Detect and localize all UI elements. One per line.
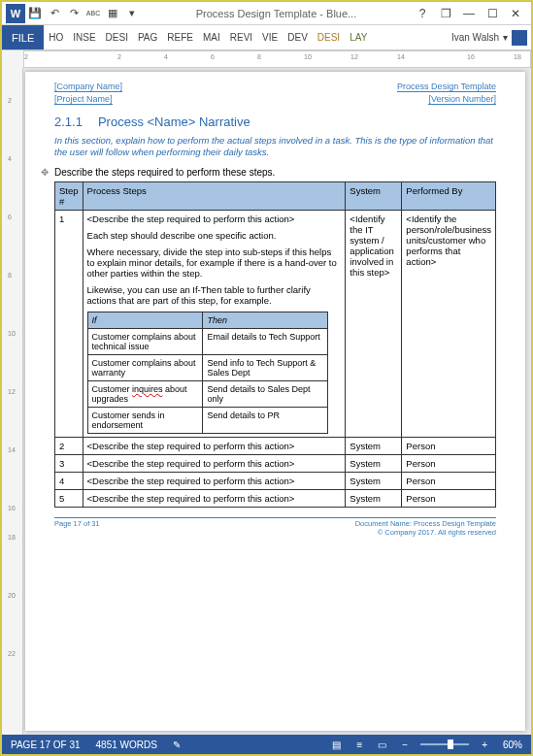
- view-read-icon[interactable]: ≡: [353, 740, 365, 750]
- heading-number: 2.1.1: [54, 115, 83, 129]
- vertical-ruler[interactable]: 246810121416182022: [2, 68, 23, 735]
- section-heading: 2.1.1Process <Name> Narrative: [54, 115, 496, 129]
- tab-home[interactable]: HO: [44, 25, 68, 49]
- zoom-in-icon[interactable]: +: [479, 740, 490, 750]
- cell-if[interactable]: Customer inquires about upgrades: [87, 380, 203, 407]
- ribbon-tabs: FILE HO INSE DESI PAG REFE MAI REVI VIE …: [2, 25, 531, 50]
- if-then-table[interactable]: If Then Customer complains about technic…: [87, 312, 329, 434]
- status-page[interactable]: PAGE 17 OF 31: [8, 740, 83, 750]
- cell-process[interactable]: <Describe the step required to perform t…: [83, 472, 346, 489]
- zoom-slider[interactable]: [420, 743, 469, 745]
- zoom-thumb[interactable]: [448, 740, 453, 749]
- header-project: [Project Name]: [54, 94, 113, 105]
- tab-mailings[interactable]: MAI: [198, 25, 225, 49]
- cell-system[interactable]: System: [346, 489, 402, 507]
- cell-performed-by[interactable]: Person: [402, 454, 496, 472]
- cell-step-num[interactable]: 1: [55, 210, 83, 437]
- undo-icon[interactable]: ↶: [46, 5, 63, 22]
- cell-performed-by[interactable]: Person: [402, 489, 496, 507]
- col-performed-by: Performed By: [402, 181, 496, 210]
- heading-text: Process <Name> Narrative: [98, 115, 250, 129]
- tab-page-layout[interactable]: PAG: [133, 25, 162, 49]
- table-row: Customer sends in endorsement Send detai…: [87, 407, 328, 433]
- tab-table-layout[interactable]: LAY: [345, 25, 372, 49]
- minimize-icon[interactable]: —: [457, 4, 481, 23]
- cell-process[interactable]: <Describe the step required to perform t…: [83, 210, 346, 437]
- section-description: Describe the steps required to perform t…: [54, 167, 496, 178]
- cell-performed-by[interactable]: <Identify the person/role/business units…: [402, 210, 496, 437]
- tab-design[interactable]: DESI: [101, 25, 133, 49]
- page[interactable]: [Company Name] Process Design Template […: [25, 72, 525, 731]
- cell-process[interactable]: <Describe the step required to perform t…: [83, 454, 346, 472]
- step-text: Where necessary, divide the step into su…: [87, 247, 342, 279]
- zoom-percent[interactable]: 60%: [500, 740, 525, 750]
- cell-system[interactable]: System: [346, 472, 402, 489]
- table-row: 2 <Describe the step required to perform…: [55, 437, 496, 454]
- cell-if[interactable]: Customer complains about technical issue: [87, 328, 203, 354]
- help-icon[interactable]: ?: [411, 4, 434, 23]
- cell-if[interactable]: Customer sends in endorsement: [87, 407, 203, 433]
- header-company: [Company Name]: [54, 82, 122, 92]
- cell-process[interactable]: <Describe the step required to perform t…: [83, 437, 346, 454]
- document-area: 246810121416182022 [Company Name] Proces…: [2, 68, 531, 735]
- header-template-name: Process Design Template: [397, 82, 496, 92]
- tab-review[interactable]: REVI: [225, 25, 257, 49]
- page-header-row2: [Project Name] [Version Number]: [54, 94, 496, 105]
- tab-insert[interactable]: INSE: [68, 25, 100, 49]
- cell-process[interactable]: <Describe the step required to perform t…: [83, 489, 346, 507]
- user-dropdown-icon: ▾: [503, 32, 508, 43]
- user-account[interactable]: Ivan Walsh ▾: [448, 30, 531, 46]
- word-icon[interactable]: W: [6, 4, 25, 23]
- cell-then[interactable]: Send info to Tech Support & Sales Dept: [203, 354, 328, 380]
- avatar: [512, 30, 527, 46]
- table-header-row: Step # Process Steps System Performed By: [55, 181, 496, 210]
- view-web-icon[interactable]: ▭: [375, 740, 389, 750]
- ribbon-display-icon[interactable]: ❐: [434, 4, 457, 23]
- cell-if[interactable]: Customer complains about warranty: [87, 354, 203, 380]
- cell-performed-by[interactable]: Person: [402, 437, 496, 454]
- table-row: 1 <Describe the step required to perform…: [55, 210, 496, 437]
- cell-step-num[interactable]: 4: [55, 472, 83, 489]
- cell-system[interactable]: System: [346, 454, 402, 472]
- table-anchor-icon[interactable]: ✥: [41, 167, 49, 178]
- cell-step-num[interactable]: 2: [55, 437, 83, 454]
- footer-doc-name: Document Name: Process Design Template: [355, 519, 496, 528]
- table-icon[interactable]: ▦: [104, 5, 121, 22]
- spellcheck-icon[interactable]: ABC: [84, 5, 102, 22]
- section-intro: In this section, explain how to perform …: [54, 135, 496, 159]
- status-words[interactable]: 4851 WORDS: [93, 740, 160, 750]
- tab-file[interactable]: FILE: [2, 25, 44, 49]
- redo-icon[interactable]: ↷: [65, 5, 83, 22]
- step-text: <Describe the step required to perform t…: [87, 214, 342, 224]
- cell-system[interactable]: <Identify the IT system / application in…: [346, 210, 402, 437]
- tab-references[interactable]: REFE: [162, 25, 198, 49]
- cell-then[interactable]: Send details to Sales Dept only: [203, 380, 328, 407]
- save-icon[interactable]: 💾: [26, 5, 44, 22]
- maximize-icon[interactable]: ☐: [481, 4, 504, 23]
- tab-table-design[interactable]: DESI: [313, 25, 345, 49]
- step-text: Likewise, you can use an If-Then table t…: [87, 284, 342, 306]
- tab-developer[interactable]: DEV: [283, 25, 313, 49]
- cell-then[interactable]: Send details to PR: [203, 407, 328, 433]
- view-print-icon[interactable]: ▤: [329, 740, 344, 750]
- qat-more-icon[interactable]: ▾: [123, 5, 141, 22]
- page-footer: Page 17 of 31 Document Name: Process Des…: [54, 517, 496, 537]
- tab-view[interactable]: VIE: [257, 25, 283, 49]
- table-row: Customer complains about technical issue…: [87, 328, 328, 354]
- cell-performed-by[interactable]: Person: [402, 472, 496, 489]
- cell-then[interactable]: Email details to Tech Support: [203, 328, 328, 354]
- spelling-error: inquires: [132, 384, 163, 394]
- process-table[interactable]: Step # Process Steps System Performed By…: [54, 181, 496, 508]
- table-row: 5 <Describe the step required to perform…: [55, 489, 496, 507]
- header-version: [Version Number]: [428, 94, 496, 105]
- col-then: Then: [203, 312, 328, 328]
- table-row: 3 <Describe the step required to perform…: [55, 454, 496, 472]
- close-icon[interactable]: ✕: [504, 4, 527, 23]
- cell-step-num[interactable]: 3: [55, 454, 83, 472]
- proofing-icon[interactable]: ✎: [170, 740, 183, 750]
- horizontal-ruler[interactable]: 224681012141618: [23, 50, 531, 68]
- cell-step-num[interactable]: 5: [55, 489, 83, 507]
- zoom-out-icon[interactable]: −: [399, 740, 411, 750]
- cell-system[interactable]: System: [346, 437, 402, 454]
- table-row: Customer complains about warranty Send i…: [87, 354, 328, 380]
